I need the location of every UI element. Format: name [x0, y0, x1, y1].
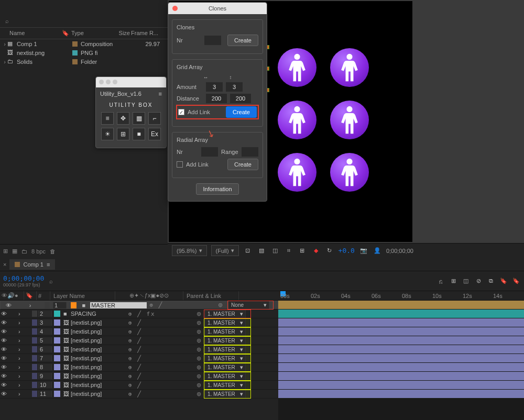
frame-blend-icon[interactable]: ◫ — [461, 277, 471, 286]
parent-select[interactable]: 1. MASTER▾ — [205, 336, 246, 345]
grid-amount-y-input[interactable] — [226, 82, 243, 92]
layer-row[interactable]: 👁 › 2 ■ SPACING ⊕ ╱ fx ⊚ 1. MASTER▾ — [0, 310, 278, 318]
clones-nr-input[interactable] — [204, 36, 221, 45]
layer-row[interactable]: 👁 › 4 🖼 [nextist.png] ⊕ ╱ ⊚ 1. MASTER▾ — [0, 327, 278, 336]
layer-row[interactable]: 👁 › 9 🖼 [nextist.png] ⊕ ╱ ⊚ 1. MASTER▾ — [0, 372, 278, 381]
grid-distance-x-input[interactable] — [206, 94, 227, 103]
visibility-toggle[interactable]: 👁 — [0, 364, 6, 370]
grid-amount-x-input[interactable] — [206, 82, 223, 92]
layer-row[interactable]: 👁 › 6 🖼 [nextist.png] ⊕ ╱ ⊚ 1. MASTER▾ — [0, 345, 278, 354]
panel-menu-icon[interactable]: ≡ — [159, 91, 162, 97]
motion-blur-icon[interactable]: ⊘ — [474, 277, 483, 286]
timeline-search-input[interactable] — [60, 278, 165, 284]
orb-2[interactable] — [278, 48, 316, 87]
comp-mini-flowchart-icon[interactable]: ⎌ — [436, 277, 445, 286]
grid-create-button[interactable]: Create — [226, 106, 257, 118]
mask-icon[interactable]: ◫ — [270, 246, 280, 256]
grid-add-link-checkbox[interactable]: ✓ — [178, 109, 184, 115]
parent-select[interactable]: None▾ — [228, 301, 269, 310]
snapshot-icon[interactable]: 📷 — [359, 246, 368, 256]
utilbox-grid-button[interactable]: ▦ — [133, 112, 145, 125]
clones-create-button[interactable]: Create — [227, 35, 258, 46]
visibility-toggle[interactable]: 👁 — [0, 355, 6, 361]
parent-select[interactable]: 1. MASTER▾ — [205, 310, 246, 318]
utilbox-ex-button[interactable]: Ex — [148, 128, 161, 140]
new-comp-icon[interactable]: ▦ — [12, 248, 17, 255]
tab-comp1[interactable]: Comp 1 ≡ — [9, 259, 55, 270]
project-row[interactable]: ›▦Comp 1Composition29.97 — [0, 39, 168, 48]
new-folder-icon[interactable]: 🗀 — [21, 248, 27, 255]
utility-box-titlebar[interactable] — [96, 77, 166, 87]
trash-icon[interactable]: 🗑 — [50, 248, 56, 255]
visibility-toggle[interactable]: 👁 — [0, 346, 6, 352]
orb-9[interactable] — [330, 153, 369, 192]
tag-icon-1[interactable]: 🔖 — [499, 277, 508, 286]
utilbox-elbow-button[interactable]: ⌐ — [148, 112, 161, 125]
grid-distance-y-input[interactable] — [230, 94, 251, 103]
utilbox-camera-button[interactable]: ■ — [133, 128, 145, 140]
utilbox-sun-button[interactable]: ☀ — [101, 128, 114, 140]
visibility-toggle[interactable]: 👁 — [0, 328, 6, 335]
exposure-value[interactable]: +0.0 — [339, 247, 355, 255]
graph-editor-icon[interactable]: ⧉ — [486, 277, 496, 286]
visibility-toggle[interactable]: 👁 — [0, 391, 6, 397]
parent-select[interactable]: 1. MASTER▾ — [205, 345, 246, 354]
radial-add-link-checkbox[interactable] — [177, 161, 183, 168]
utilbox-align-button[interactable]: ≡ — [101, 112, 114, 125]
orb-6[interactable] — [330, 101, 369, 139]
parent-select[interactable]: 1. MASTER▾ — [205, 381, 246, 390]
timeline-tracks[interactable]: 00s02s04s06s08s10s12s14s — [278, 291, 524, 420]
parent-select[interactable]: 1. MASTER▾ — [205, 354, 246, 363]
visibility-toggle[interactable]: 👁 — [5, 302, 10, 308]
draft3d-icon[interactable]: ⊞ — [449, 277, 458, 286]
visibility-toggle[interactable]: 👁 — [0, 319, 6, 326]
layer-row[interactable]: 👁 › 3 🖼 [nextist.png] ⊕ ╱ ⊚ 1. MASTER▾ — [0, 318, 278, 327]
parent-select[interactable]: 1. MASTER▾ — [205, 318, 246, 327]
parent-select[interactable]: 1. MASTER▾ — [205, 372, 246, 381]
utilbox-mosaic-button[interactable]: ⊞ — [117, 128, 129, 140]
timeline-timecode[interactable]: 0;00;00;00 — [3, 274, 44, 282]
information-button[interactable]: Information — [196, 183, 238, 195]
layer-row[interactable]: 👁 › 10 🖼 [nextist.png] ⊕ ╱ ⊚ 1. MASTER▾ — [0, 381, 278, 390]
interpret-footage-icon[interactable]: ⊞ — [3, 248, 8, 255]
orb-3[interactable] — [330, 48, 369, 87]
fast-preview-icon[interactable]: ⊡ — [243, 246, 253, 256]
orb-5[interactable] — [278, 101, 316, 139]
transparency-grid-icon[interactable]: ▧ — [257, 246, 266, 256]
show-snapshot-icon[interactable]: 👤 — [373, 246, 382, 256]
utilbox-anchor-button[interactable]: ✥ — [117, 112, 129, 125]
utility-box-panel[interactable]: Utility_Box_v1.6≡ UTILITY BOX ≡✥▦⌐☀⊞■Ex — [95, 76, 167, 148]
roi-icon[interactable]: ⌗ — [284, 246, 293, 256]
bpc-toggle[interactable]: 8 bpc — [31, 248, 46, 255]
project-search-input[interactable] — [11, 14, 147, 24]
resolution-select[interactable]: (Full) ▾ — [211, 245, 239, 256]
tab-close-icon[interactable]: × — [3, 261, 6, 268]
clones-titlebar[interactable]: Clones — [168, 3, 267, 14]
layer-row[interactable]: 👁 › 8 🖼 [nextist.png] ⊕ ╱ ⊚ 1. MASTER▾ — [0, 363, 278, 372]
visibility-toggle[interactable]: 👁 — [0, 382, 6, 388]
orb-8[interactable] — [278, 153, 316, 192]
parent-select[interactable]: 1. MASTER▾ — [205, 363, 246, 372]
layer-row[interactable]: 👁 › 11 🖼 [nextist.png] ⊕ ╱ ⊚ 1. MASTER▾ — [0, 390, 278, 399]
clones-dialog[interactable]: Clones Clones Nr Create Grid Array ↔ ↕ A… — [168, 2, 267, 202]
parent-select[interactable]: 1. MASTER▾ — [205, 327, 246, 336]
project-row[interactable]: ›🗀SolidsFolder — [0, 57, 168, 66]
radial-create-button[interactable]: Create — [227, 159, 258, 170]
visibility-toggle[interactable]: 👁 — [0, 373, 6, 379]
parent-select[interactable]: 1. MASTER▾ — [205, 390, 246, 399]
project-row[interactable]: 🖼nextist.pngPNG fi — [0, 48, 168, 57]
grid-guides-icon[interactable]: ⊞ — [298, 246, 307, 256]
channel-icon[interactable]: ◆ — [311, 246, 321, 256]
layer-row[interactable]: 👁 › 5 🖼 [nextist.png] ⊕ ╱ ⊚ 1. MASTER▾ — [0, 336, 278, 345]
layer-row[interactable]: 👁 › 1 ■ MASTER ⊕ ╱ ⊚ None▾ — [0, 301, 278, 310]
visibility-toggle[interactable]: 👁 — [0, 337, 6, 344]
preview-timecode[interactable]: 0;00;00;00 — [386, 248, 413, 254]
layer-row[interactable]: 👁 › 7 🖼 [nextist.png] ⊕ ╱ ⊚ 1. MASTER▾ — [0, 354, 278, 363]
radial-nr-input[interactable] — [201, 147, 218, 157]
reset-exposure-icon[interactable]: ↻ — [325, 246, 334, 256]
tag-icon-2[interactable]: 🔖 — [511, 277, 521, 286]
zoom-select[interactable]: (95.8%) ▾ — [172, 245, 207, 256]
visibility-toggle[interactable]: 👁 — [0, 311, 6, 317]
radial-range-input[interactable] — [242, 147, 258, 157]
close-icon[interactable] — [172, 6, 178, 11]
